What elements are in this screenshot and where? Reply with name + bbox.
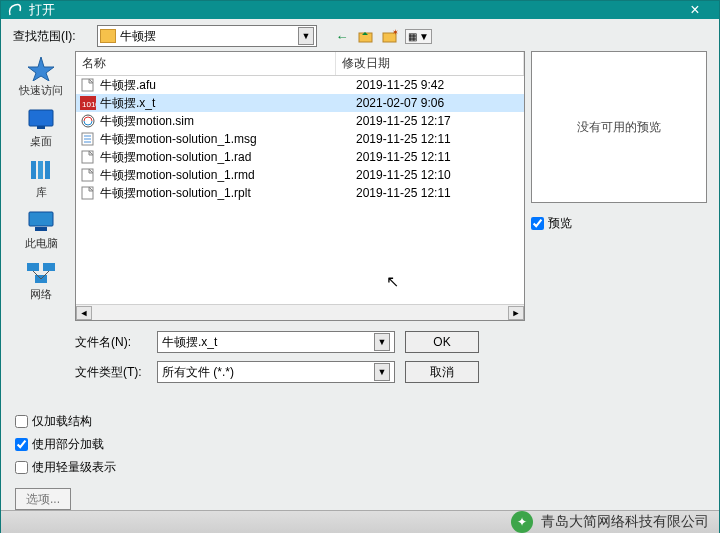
opt-partial-load-input[interactable] <box>15 438 28 451</box>
svg-rect-7 <box>45 161 50 179</box>
file-row[interactable]: 牛顿摆motion.sim2019-11-25 12:17 <box>76 112 524 130</box>
svg-text:✶: ✶ <box>392 29 398 37</box>
scroll-track[interactable] <box>92 306 508 320</box>
up-icon[interactable] <box>357 27 375 45</box>
places-bar: 快速访问桌面库此电脑网络 <box>13 51 69 383</box>
file-date: 2019-11-25 12:10 <box>356 168 520 182</box>
file-row[interactable]: 牛顿摆motion-solution_1.msg2019-11-25 12:11 <box>76 130 524 148</box>
place-quick[interactable]: 快速访问 <box>19 55 63 98</box>
place-thispc[interactable]: 此电脑 <box>25 208 58 251</box>
lookin-row: 查找范围(I): 牛顿摆 ▼ ← ✶ ▦▼ <box>13 25 707 47</box>
opt-lightweight-label: 使用轻量级表示 <box>32 459 116 476</box>
lookin-combo[interactable]: 牛顿摆 ▼ <box>97 25 317 47</box>
svg-rect-9 <box>35 227 47 231</box>
chevron-down-icon[interactable]: ▼ <box>298 27 314 45</box>
file-list: 名称 修改日期 ↖ 牛顿摆.afu2019-11-25 9:421010牛顿摆.… <box>75 51 525 321</box>
place-label: 网络 <box>30 287 52 302</box>
place-label: 此电脑 <box>25 236 58 251</box>
thispc-icon <box>25 208 57 234</box>
svg-rect-11 <box>43 263 55 271</box>
open-dialog: 打开 × 查找范围(I): 牛顿摆 ▼ ← ✶ ▦▼ 快速访问桌面库此电脑网络 <box>0 0 720 533</box>
file-date: 2019-11-25 12:11 <box>356 150 520 164</box>
file-rows[interactable]: ↖ 牛顿摆.afu2019-11-25 9:421010牛顿摆.x_t2021-… <box>76 76 524 304</box>
desktop-icon <box>25 106 57 132</box>
close-button[interactable]: × <box>677 1 713 19</box>
file-name: 牛顿摆motion-solution_1.rmd <box>100 167 356 184</box>
opt-load-struct-input[interactable] <box>15 415 28 428</box>
svg-rect-10 <box>27 263 39 271</box>
filetype-value: 所有文件 (*.*) <box>162 364 234 381</box>
opt-lightweight[interactable]: 使用轻量级表示 <box>15 459 707 476</box>
file-icon <box>80 150 96 164</box>
file-name: 牛顿摆motion-solution_1.rplt <box>100 185 356 202</box>
file-row[interactable]: 牛顿摆motion-solution_1.rad2019-11-25 12:11 <box>76 148 524 166</box>
lookin-value: 牛顿摆 <box>120 28 298 45</box>
opt-lightweight-input[interactable] <box>15 461 28 474</box>
preview-empty-text: 没有可用的预览 <box>577 119 661 136</box>
opt-load-struct[interactable]: 仅加载结构 <box>15 413 707 430</box>
place-network[interactable]: 网络 <box>25 259 57 302</box>
place-desktop[interactable]: 桌面 <box>25 106 57 149</box>
h-scrollbar[interactable]: ◄ ► <box>76 304 524 320</box>
file-name: 牛顿摆motion.sim <box>100 113 356 130</box>
file-icon <box>80 186 96 200</box>
svg-rect-8 <box>29 212 53 226</box>
lookin-label: 查找范围(I): <box>13 28 91 45</box>
network-icon <box>25 259 57 285</box>
cursor-icon: ↖ <box>386 272 399 291</box>
back-icon[interactable]: ← <box>333 27 351 45</box>
svg-rect-5 <box>31 161 36 179</box>
file-date: 2019-11-25 12:11 <box>356 132 520 146</box>
place-libraries[interactable]: 库 <box>25 157 57 200</box>
libraries-icon <box>25 157 57 183</box>
window-title: 打开 <box>29 1 677 19</box>
preview-checkbox[interactable]: 预览 <box>531 215 707 232</box>
scroll-right-icon[interactable]: ► <box>508 306 524 320</box>
preview-panel: 没有可用的预览 <box>531 51 707 203</box>
new-folder-icon[interactable]: ✶ <box>381 27 399 45</box>
filename-label: 文件名(N): <box>75 334 147 351</box>
file-icon <box>80 78 96 92</box>
file-date: 2019-11-25 12:11 <box>356 186 520 200</box>
folder-icon <box>100 29 116 43</box>
file-icon <box>80 168 96 182</box>
filename-field[interactable]: 牛顿摆.x_t ▼ <box>157 331 395 353</box>
file-name: 牛顿摆.afu <box>100 77 356 94</box>
file-row[interactable]: 牛顿摆.afu2019-11-25 9:42 <box>76 76 524 94</box>
file-date: 2021-02-07 9:06 <box>356 96 520 110</box>
footer-bar: ✦ 青岛大简网络科技有限公司 <box>1 510 719 533</box>
chevron-down-icon[interactable]: ▼ <box>374 333 390 351</box>
svg-rect-3 <box>29 110 53 126</box>
file-name: 牛顿摆motion-solution_1.rad <box>100 149 356 166</box>
opt-load-struct-label: 仅加载结构 <box>32 413 92 430</box>
views-icon: ▦ <box>408 31 417 42</box>
place-label: 快速访问 <box>19 83 63 98</box>
file-row[interactable]: 1010牛顿摆.x_t2021-02-07 9:06 <box>76 94 524 112</box>
scroll-left-icon[interactable]: ◄ <box>76 306 92 320</box>
cancel-button[interactable]: 取消 <box>405 361 479 383</box>
opt-partial-load[interactable]: 使用部分加载 <box>15 436 707 453</box>
col-date[interactable]: 修改日期 <box>336 52 524 75</box>
ok-button[interactable]: OK <box>405 331 479 353</box>
footer-text: 青岛大简网络科技有限公司 <box>541 513 709 531</box>
wechat-icon: ✦ <box>511 511 533 533</box>
svg-rect-6 <box>38 161 43 179</box>
place-label: 库 <box>36 185 47 200</box>
file-icon <box>80 132 96 146</box>
titlebar: 打开 × <box>1 1 719 19</box>
preview-checkbox-label: 预览 <box>548 215 572 232</box>
file-date: 2019-11-25 12:17 <box>356 114 520 128</box>
options-button[interactable]: 选项... <box>15 488 71 510</box>
file-row[interactable]: 牛顿摆motion-solution_1.rmd2019-11-25 12:10 <box>76 166 524 184</box>
file-icon <box>80 114 96 128</box>
file-name: 牛顿摆.x_t <box>100 95 356 112</box>
filetype-field[interactable]: 所有文件 (*.*) ▼ <box>157 361 395 383</box>
quick-icon <box>25 55 57 81</box>
chevron-down-icon[interactable]: ▼ <box>374 363 390 381</box>
view-menu[interactable]: ▦▼ <box>405 29 432 44</box>
col-name[interactable]: 名称 <box>76 52 336 75</box>
place-label: 桌面 <box>30 134 52 149</box>
preview-checkbox-input[interactable] <box>531 217 544 230</box>
svg-rect-4 <box>37 126 45 129</box>
file-row[interactable]: 牛顿摆motion-solution_1.rplt2019-11-25 12:1… <box>76 184 524 202</box>
